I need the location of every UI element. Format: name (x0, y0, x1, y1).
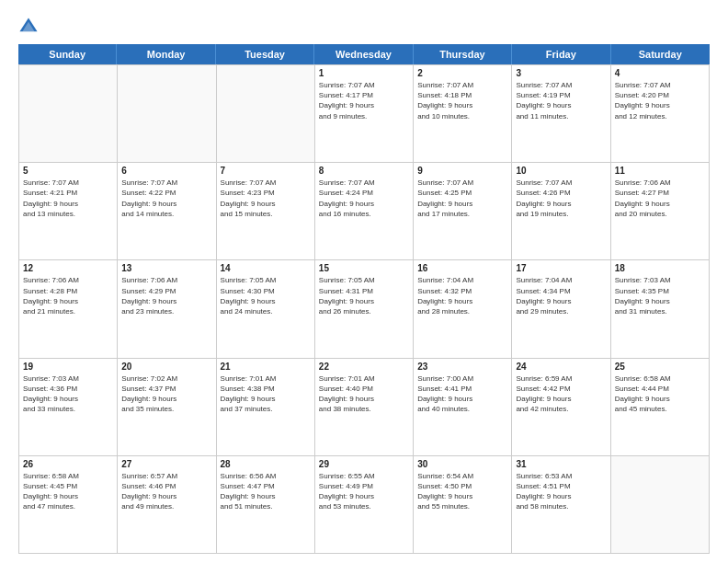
calendar-cell: 28Sunrise: 6:56 AM Sunset: 4:47 PM Dayli… (217, 456, 315, 554)
weekday-header: Sunday (18, 44, 117, 64)
day-number: 31 (516, 459, 606, 469)
calendar-header: SundayMondayTuesdayWednesdayThursdayFrid… (18, 44, 710, 64)
weekday-header: Monday (117, 44, 215, 64)
calendar-cell: 25Sunrise: 6:58 AM Sunset: 4:44 PM Dayli… (611, 359, 710, 456)
day-number: 12 (23, 263, 113, 273)
day-number: 23 (417, 362, 507, 372)
day-info: Sunrise: 7:07 AM Sunset: 4:21 PM Dayligh… (23, 178, 113, 219)
calendar-cell (118, 65, 216, 163)
calendar-cell (19, 65, 118, 163)
calendar-cell: 20Sunrise: 7:02 AM Sunset: 4:37 PM Dayli… (118, 359, 216, 456)
day-number: 17 (516, 263, 606, 273)
day-info: Sunrise: 7:04 AM Sunset: 4:32 PM Dayligh… (417, 275, 507, 316)
calendar-cell: 2Sunrise: 7:07 AM Sunset: 4:18 PM Daylig… (414, 65, 512, 163)
day-info: Sunrise: 7:07 AM Sunset: 4:17 PM Dayligh… (319, 80, 409, 121)
day-number: 11 (615, 166, 705, 176)
calendar-cell: 17Sunrise: 7:04 AM Sunset: 4:34 PM Dayli… (512, 260, 610, 358)
calendar-cell: 30Sunrise: 6:54 AM Sunset: 4:50 PM Dayli… (414, 456, 512, 554)
day-info: Sunrise: 7:02 AM Sunset: 4:37 PM Dayligh… (121, 373, 211, 415)
calendar-body: 1Sunrise: 7:07 AM Sunset: 4:17 PM Daylig… (18, 64, 710, 554)
day-number: 3 (516, 68, 606, 78)
calendar-cell: 26Sunrise: 6:58 AM Sunset: 4:45 PM Dayli… (19, 456, 118, 554)
day-number: 22 (319, 362, 409, 372)
calendar-cell: 15Sunrise: 7:05 AM Sunset: 4:31 PM Dayli… (315, 260, 414, 358)
calendar-cell (611, 456, 710, 554)
day-number: 5 (23, 166, 113, 176)
day-number: 19 (23, 362, 113, 372)
calendar-cell: 9Sunrise: 7:07 AM Sunset: 4:25 PM Daylig… (414, 163, 512, 260)
day-info: Sunrise: 7:07 AM Sunset: 4:24 PM Dayligh… (319, 178, 409, 219)
calendar-cell: 29Sunrise: 6:55 AM Sunset: 4:49 PM Dayli… (315, 456, 414, 554)
calendar-cell (217, 65, 315, 163)
day-number: 4 (615, 68, 705, 78)
day-info: Sunrise: 7:01 AM Sunset: 4:38 PM Dayligh… (221, 373, 311, 415)
day-info: Sunrise: 6:53 AM Sunset: 4:51 PM Dayligh… (516, 471, 606, 512)
weekday-header: Wednesday (314, 44, 413, 64)
day-info: Sunrise: 7:03 AM Sunset: 4:36 PM Dayligh… (23, 373, 113, 415)
day-info: Sunrise: 6:58 AM Sunset: 4:44 PM Dayligh… (615, 373, 705, 415)
calendar-cell: 7Sunrise: 7:07 AM Sunset: 4:23 PM Daylig… (217, 163, 315, 260)
day-info: Sunrise: 6:54 AM Sunset: 4:50 PM Dayligh… (417, 471, 507, 512)
calendar-cell: 21Sunrise: 7:01 AM Sunset: 4:38 PM Dayli… (217, 359, 315, 456)
day-info: Sunrise: 7:07 AM Sunset: 4:19 PM Dayligh… (516, 80, 606, 121)
calendar-cell: 24Sunrise: 6:59 AM Sunset: 4:42 PM Dayli… (512, 359, 610, 456)
day-info: Sunrise: 7:04 AM Sunset: 4:34 PM Dayligh… (516, 275, 606, 316)
header (18, 17, 710, 37)
day-info: Sunrise: 7:07 AM Sunset: 4:26 PM Dayligh… (516, 178, 606, 219)
day-number: 29 (319, 459, 409, 469)
day-info: Sunrise: 6:58 AM Sunset: 4:45 PM Dayligh… (23, 471, 113, 512)
day-info: Sunrise: 6:57 AM Sunset: 4:46 PM Dayligh… (121, 471, 211, 512)
day-number: 2 (417, 68, 507, 78)
day-number: 25 (615, 362, 705, 372)
day-number: 8 (319, 166, 409, 176)
day-number: 6 (121, 166, 211, 176)
day-number: 28 (221, 459, 311, 469)
calendar-cell: 22Sunrise: 7:01 AM Sunset: 4:40 PM Dayli… (315, 359, 414, 456)
calendar-cell: 13Sunrise: 7:06 AM Sunset: 4:29 PM Dayli… (118, 260, 216, 358)
calendar-cell: 12Sunrise: 7:06 AM Sunset: 4:28 PM Dayli… (19, 260, 118, 358)
weekday-header: Thursday (414, 44, 512, 64)
day-info: Sunrise: 7:01 AM Sunset: 4:40 PM Dayligh… (319, 373, 409, 415)
day-info: Sunrise: 7:07 AM Sunset: 4:25 PM Dayligh… (417, 178, 507, 219)
calendar-cell: 1Sunrise: 7:07 AM Sunset: 4:17 PM Daylig… (315, 65, 414, 163)
day-number: 21 (221, 362, 311, 372)
day-info: Sunrise: 7:07 AM Sunset: 4:23 PM Dayligh… (221, 178, 311, 219)
day-info: Sunrise: 7:07 AM Sunset: 4:20 PM Dayligh… (615, 80, 705, 121)
page: SundayMondayTuesdayWednesdayThursdayFrid… (0, 0, 728, 563)
day-number: 20 (121, 362, 211, 372)
day-number: 18 (615, 263, 705, 273)
calendar-cell: 18Sunrise: 7:03 AM Sunset: 4:35 PM Dayli… (611, 260, 710, 358)
day-info: Sunrise: 7:07 AM Sunset: 4:18 PM Dayligh… (417, 80, 507, 121)
day-info: Sunrise: 7:06 AM Sunset: 4:29 PM Dayligh… (121, 275, 211, 316)
calendar-cell: 10Sunrise: 7:07 AM Sunset: 4:26 PM Dayli… (512, 163, 610, 260)
calendar-cell: 19Sunrise: 7:03 AM Sunset: 4:36 PM Dayli… (19, 359, 118, 456)
day-info: Sunrise: 7:06 AM Sunset: 4:27 PM Dayligh… (615, 178, 705, 219)
day-info: Sunrise: 7:05 AM Sunset: 4:31 PM Dayligh… (319, 275, 409, 316)
day-number: 1 (319, 68, 409, 78)
weekday-header: Saturday (611, 44, 710, 64)
weekday-header: Tuesday (216, 44, 314, 64)
day-number: 16 (417, 263, 507, 273)
calendar-cell: 11Sunrise: 7:06 AM Sunset: 4:27 PM Dayli… (611, 163, 710, 260)
calendar-cell: 23Sunrise: 7:00 AM Sunset: 4:41 PM Dayli… (414, 359, 512, 456)
day-info: Sunrise: 6:55 AM Sunset: 4:49 PM Dayligh… (319, 471, 409, 512)
day-info: Sunrise: 7:06 AM Sunset: 4:28 PM Dayligh… (23, 275, 113, 316)
calendar-cell: 4Sunrise: 7:07 AM Sunset: 4:20 PM Daylig… (611, 65, 710, 163)
calendar-cell: 27Sunrise: 6:57 AM Sunset: 4:46 PM Dayli… (118, 456, 216, 554)
day-number: 9 (417, 166, 507, 176)
calendar: SundayMondayTuesdayWednesdayThursdayFrid… (18, 44, 710, 554)
day-number: 30 (417, 459, 507, 469)
calendar-cell: 6Sunrise: 7:07 AM Sunset: 4:22 PM Daylig… (118, 163, 216, 260)
day-number: 10 (516, 166, 606, 176)
day-info: Sunrise: 7:00 AM Sunset: 4:41 PM Dayligh… (417, 373, 507, 415)
day-info: Sunrise: 6:56 AM Sunset: 4:47 PM Dayligh… (221, 471, 311, 512)
calendar-cell: 31Sunrise: 6:53 AM Sunset: 4:51 PM Dayli… (512, 456, 610, 554)
calendar-cell: 8Sunrise: 7:07 AM Sunset: 4:24 PM Daylig… (315, 163, 414, 260)
weekday-header: Friday (512, 44, 610, 64)
day-info: Sunrise: 7:03 AM Sunset: 4:35 PM Dayligh… (615, 275, 705, 316)
day-info: Sunrise: 6:59 AM Sunset: 4:42 PM Dayligh… (516, 373, 606, 415)
calendar-cell: 16Sunrise: 7:04 AM Sunset: 4:32 PM Dayli… (414, 260, 512, 358)
day-number: 7 (221, 166, 311, 176)
calendar-cell: 5Sunrise: 7:07 AM Sunset: 4:21 PM Daylig… (19, 163, 118, 260)
logo-icon (18, 17, 39, 37)
